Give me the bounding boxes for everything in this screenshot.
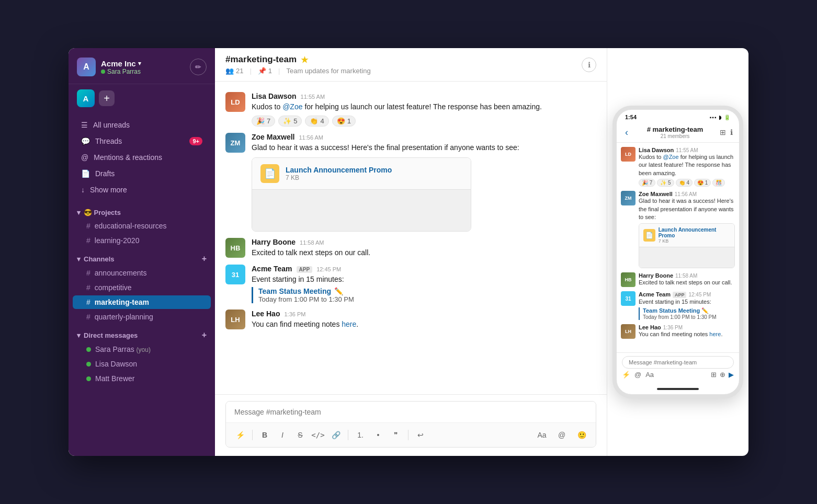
phone-reaction[interactable]: 🎉 7 — [639, 179, 655, 187]
dm-item-matt[interactable]: Matt Brewer — [73, 372, 211, 385]
projects-section-header[interactable]: ▾ 😎 Projects — [69, 202, 215, 219]
phone-msg-sender: Lisa Dawson — [639, 147, 674, 153]
channels-section-header[interactable]: ▾ Channels + — [69, 248, 215, 266]
block-quote-button[interactable]: ❞ — [388, 427, 404, 443]
hash-icon: # — [86, 222, 90, 230]
reaction-pill[interactable]: 👏 4 — [305, 116, 328, 127]
hash-icon: # — [86, 269, 90, 277]
nav-item-drafts[interactable]: 📄 Drafts — [73, 166, 211, 181]
phone-home-indicator — [617, 384, 739, 394]
workspace-avatar: A — [77, 58, 96, 76]
here-link[interactable]: here — [342, 320, 356, 328]
channel-item-marketing-team[interactable]: # marketing-team — [73, 295, 211, 309]
phone-app-badge: APP — [673, 292, 687, 298]
dm-item-lisa[interactable]: Lisa Dawson — [73, 357, 211, 371]
add-workspace-button[interactable]: + — [99, 90, 115, 106]
member-count: 👥 21 — [225, 67, 243, 75]
reaction-pill[interactable]: 🎉 7 — [252, 116, 275, 127]
compose-button[interactable]: ✏ — [190, 59, 207, 75]
avatar: LH — [225, 310, 245, 329]
add-channel-icon[interactable]: + — [202, 254, 207, 264]
phone-time: 1:54 — [625, 114, 637, 120]
channel-item-competitive[interactable]: # competitive — [73, 281, 211, 294]
mention-link[interactable]: @Zoe — [282, 102, 302, 111]
link-button[interactable]: 🔗 — [328, 427, 344, 443]
workspace-name-row: Acme Inc ▾ Sara Parras — [101, 59, 141, 75]
channel-info-button[interactable]: ℹ — [582, 58, 596, 72]
app-container: A Acme Inc ▾ Sara Parras ✏ A + — [69, 48, 748, 456]
message-sender: Lee Hao — [252, 310, 280, 318]
reaction-pill[interactable]: 😍 1 — [332, 116, 356, 127]
ordered-list-button[interactable]: 1. — [353, 427, 368, 443]
phone-home-bar — [657, 388, 699, 390]
phone-format-button[interactable]: Aa — [645, 371, 654, 379]
mentions-icon: @ — [81, 153, 88, 162]
online-dot-icon — [86, 376, 91, 381]
code-button[interactable]: </> — [310, 427, 326, 443]
pin-icon: 📌 — [258, 67, 266, 75]
channel-item-announcements[interactable]: # announcements — [73, 266, 211, 280]
event-link[interactable]: Team Status Meeting — [258, 287, 331, 295]
phone-gif-button[interactable]: ⊕ — [720, 371, 725, 379]
phone-reaction[interactable]: 👏 4 — [676, 179, 693, 187]
workspace-switcher: A + — [69, 84, 215, 112]
phone-file-name[interactable]: Launch Announcement Promo — [659, 227, 730, 238]
bold-button[interactable]: B — [257, 427, 273, 443]
italic-button[interactable]: I — [275, 427, 290, 443]
workspace-name[interactable]: Acme Inc ▾ — [101, 59, 141, 68]
phone-reaction[interactable]: ✨ 5 — [657, 179, 674, 187]
undo-button[interactable]: ↩ — [413, 427, 428, 443]
phone-reaction[interactable]: 🎊 — [712, 179, 725, 187]
phone-video-icon[interactable]: ⊞ — [720, 128, 726, 136]
channel-item-quarterly-planning[interactable]: # quarterly-planning — [73, 310, 211, 324]
phone-msg-text: Excited to talk next steps on our call. — [639, 279, 735, 287]
dm-item-sara[interactable]: Sara Parras (you) — [73, 342, 211, 356]
avatar: ZM — [225, 133, 245, 153]
second-workspace-icon[interactable]: A — [77, 89, 95, 107]
phone-here-link[interactable]: here — [709, 331, 721, 337]
channel-item-educational-resources[interactable]: # educational-resources — [73, 219, 211, 233]
strikethrough-button[interactable]: S — [292, 427, 308, 443]
nav-item-mentions[interactable]: @ Mentions & reactions — [73, 150, 211, 165]
phone-message-input[interactable] — [622, 356, 734, 369]
add-dm-icon[interactable]: + — [202, 330, 207, 340]
phone-reaction[interactable]: 😍 1 — [694, 179, 711, 187]
format-button[interactable]: Aa — [534, 427, 550, 443]
emoji-button[interactable]: 🙂 — [574, 427, 589, 443]
file-attachment: 📄 Launch Announcement Promo 7 KB — [252, 157, 471, 232]
show-more-icon: ↓ — [81, 186, 85, 194]
file-name[interactable]: Launch Announcement Promo — [286, 166, 462, 174]
message-content: Acme Team APP 12:45 PM Event starting in… — [252, 265, 596, 303]
phone-file-size: 7 KB — [659, 238, 730, 244]
toolbar-divider — [408, 430, 408, 440]
phone-toolbar: ⚡ @ Aa ⊞ ⊕ ▶ — [622, 369, 734, 381]
lightning-button[interactable]: ⚡ — [232, 427, 248, 443]
phone-message-row: ZM Zoe Maxwell 11:56 AM Glad to hear it … — [621, 191, 735, 268]
phone-info-icon[interactable]: ℹ — [730, 128, 733, 136]
unordered-list-button[interactable]: • — [370, 427, 386, 443]
phone-send-button[interactable]: ▶ — [729, 371, 734, 379]
phone-channel-header: ‹ # marketing-team 21 members ⊞ ℹ — [617, 122, 739, 143]
nav-item-threads[interactable]: 💬 Threads 9+ — [73, 133, 211, 149]
nav-item-all-unreads[interactable]: ☰ All unreads — [73, 117, 211, 133]
phone-mention-link[interactable]: @Zoe — [663, 154, 678, 160]
star-icon[interactable]: ★ — [301, 55, 308, 65]
sidebar-header: A Acme Inc ▾ Sara Parras ✏ — [69, 48, 215, 84]
channel-item-learning-2020[interactable]: # learning-2020 — [73, 234, 211, 247]
mention-button[interactable]: @ — [554, 427, 570, 443]
phone-file-preview — [639, 247, 734, 268]
nav-item-show-more[interactable]: ↓ Show more — [73, 182, 211, 198]
event-title: Team Status Meeting ✏️ — [258, 287, 596, 295]
avatar: HB — [225, 238, 245, 258]
phone-at-button[interactable]: @ — [634, 371, 641, 379]
reaction-pill[interactable]: ✨ 5 — [278, 116, 302, 127]
phone-attach-button[interactable]: ⊞ — [711, 371, 717, 379]
phone-event-link[interactable]: Team Status Meeting — [643, 307, 700, 314]
message-input[interactable] — [226, 402, 596, 422]
message-row: 31 Acme Team APP 12:45 PM Event starting… — [225, 262, 596, 305]
phone-back-button[interactable]: ‹ — [623, 127, 630, 138]
message-time: 11:55 AM — [301, 94, 325, 100]
message-time: 1:36 PM — [284, 311, 305, 317]
phone-lightning-button[interactable]: ⚡ — [622, 371, 630, 379]
dm-section-header[interactable]: ▾ Direct messages + — [69, 324, 215, 342]
